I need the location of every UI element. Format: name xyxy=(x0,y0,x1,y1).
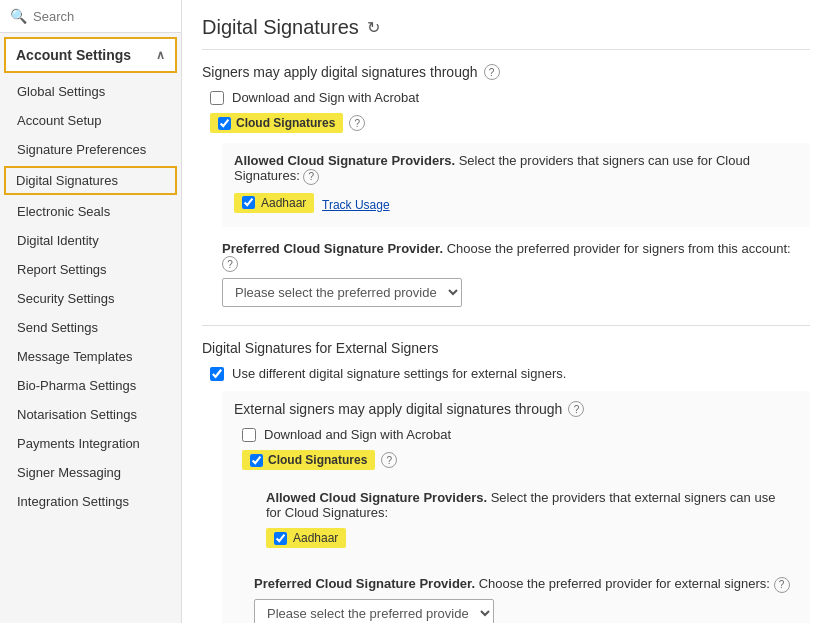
chevron-up-icon: ∧ xyxy=(156,48,165,62)
page-title: Digital Signatures xyxy=(202,16,359,39)
download-sign-acrobat-row: Download and Sign with Acrobat xyxy=(202,90,810,105)
preferred-provider-section: Preferred Cloud Signature Provider. Choo… xyxy=(222,241,810,308)
sidebar-item-electronic-seals[interactable]: Electronic Seals xyxy=(0,197,181,226)
sidebar: 🔍 Account Settings ∧ Global Settings Acc… xyxy=(0,0,182,623)
sidebar-item-payments-integration[interactable]: Payments Integration xyxy=(0,429,181,458)
section-external-signers: Digital Signatures for External Signers … xyxy=(202,325,810,623)
sidebar-item-security-settings[interactable]: Security Settings xyxy=(0,284,181,313)
sidebar-item-message-templates[interactable]: Message Templates xyxy=(0,342,181,371)
aadhaar-label: Aadhaar xyxy=(261,196,306,210)
allowed-providers-title: Allowed Cloud Signature Providers. Selec… xyxy=(234,153,798,185)
search-input[interactable] xyxy=(33,9,171,24)
external-preferred-provider-section: Preferred Cloud Signature Provider. Choo… xyxy=(254,576,798,623)
aadhaar-provider-row: Aadhaar Track Usage xyxy=(234,193,798,217)
external-aadhaar-badge: Aadhaar xyxy=(266,528,346,548)
external-diff-settings-row: Use different digital signature settings… xyxy=(202,366,810,381)
aadhaar-badge: Aadhaar xyxy=(234,193,314,213)
preferred-provider-select[interactable]: Please select the preferred provider xyxy=(222,278,462,307)
help-icon-external-subsection[interactable]: ? xyxy=(568,401,584,417)
allowed-providers-section: Allowed Cloud Signature Providers. Selec… xyxy=(222,143,810,227)
external-aadhaar-label: Aadhaar xyxy=(293,531,338,545)
help-icon-allowed[interactable]: ? xyxy=(303,169,319,185)
help-icon-cloud-sig[interactable]: ? xyxy=(349,115,365,131)
sidebar-item-send-settings[interactable]: Send Settings xyxy=(0,313,181,342)
external-aadhaar-checkbox[interactable] xyxy=(274,532,287,545)
external-download-sign-label: Download and Sign with Acrobat xyxy=(264,427,451,442)
sidebar-item-signer-messaging[interactable]: Signer Messaging xyxy=(0,458,181,487)
sidebar-item-report-settings[interactable]: Report Settings xyxy=(0,255,181,284)
external-cloud-signatures-row: Cloud Signatures ? xyxy=(234,450,798,470)
sidebar-item-digital-signatures[interactable]: Digital Signatures xyxy=(4,166,177,195)
preferred-provider-label: Preferred Cloud Signature Provider. Choo… xyxy=(222,241,810,273)
download-sign-acrobat-label: Download and Sign with Acrobat xyxy=(232,90,419,105)
aadhaar-checkbox[interactable] xyxy=(242,196,255,209)
external-allowed-providers-section: Allowed Cloud Signature Providers. Selec… xyxy=(254,480,798,562)
cloud-signatures-checkbox[interactable] xyxy=(218,117,231,130)
sidebar-item-signature-preferences[interactable]: Signature Preferences xyxy=(0,135,181,164)
help-icon-external-preferred[interactable]: ? xyxy=(774,577,790,593)
search-box[interactable]: 🔍 xyxy=(0,0,181,33)
help-icon-external-cloud-sig[interactable]: ? xyxy=(381,452,397,468)
external-download-sign-row: Download and Sign with Acrobat xyxy=(234,427,798,442)
refresh-icon[interactable]: ↻ xyxy=(367,18,380,37)
download-sign-acrobat-checkbox[interactable] xyxy=(210,91,224,105)
help-icon-section1[interactable]: ? xyxy=(484,64,500,80)
cloud-signatures-badge: Cloud Signatures xyxy=(210,113,343,133)
external-cloud-signatures-badge: Cloud Signatures xyxy=(242,450,375,470)
section-signers: Signers may apply digital signatures thr… xyxy=(202,64,810,307)
external-cloud-signatures-label: Cloud Signatures xyxy=(268,453,367,467)
external-download-sign-checkbox[interactable] xyxy=(242,428,256,442)
section2-title: Digital Signatures for External Signers xyxy=(202,340,810,356)
page-title-row: Digital Signatures ↻ xyxy=(202,16,810,50)
external-allowed-providers-title: Allowed Cloud Signature Providers. Selec… xyxy=(266,490,786,520)
external-diff-settings-checkbox[interactable] xyxy=(210,367,224,381)
sidebar-item-bio-pharma-settings[interactable]: Bio-Pharma Settings xyxy=(0,371,181,400)
sidebar-item-notarisation-settings[interactable]: Notarisation Settings xyxy=(0,400,181,429)
external-preferred-provider-label: Preferred Cloud Signature Provider. Choo… xyxy=(254,576,798,593)
sidebar-item-global-settings[interactable]: Global Settings xyxy=(0,77,181,106)
cloud-signatures-label: Cloud Signatures xyxy=(236,116,335,130)
help-icon-preferred[interactable]: ? xyxy=(222,256,238,272)
track-usage-link[interactable]: Track Usage xyxy=(322,198,390,212)
external-preferred-provider-select[interactable]: Please select the preferred provider xyxy=(254,599,494,624)
external-cloud-signatures-checkbox[interactable] xyxy=(250,454,263,467)
cloud-signatures-row: Cloud Signatures ? xyxy=(202,113,810,133)
account-settings-label: Account Settings xyxy=(16,47,131,63)
section1-title: Signers may apply digital signatures thr… xyxy=(202,64,810,80)
nav-list: Global Settings Account Setup Signature … xyxy=(0,77,181,516)
external-signers-subsection: External signers may apply digital signa… xyxy=(222,391,810,623)
sidebar-item-integration-settings[interactable]: Integration Settings xyxy=(0,487,181,516)
search-icon: 🔍 xyxy=(10,8,27,24)
account-settings-header[interactable]: Account Settings ∧ xyxy=(4,37,177,73)
external-diff-settings-label: Use different digital signature settings… xyxy=(232,366,566,381)
sidebar-item-account-setup[interactable]: Account Setup xyxy=(0,106,181,135)
external-aadhaar-row: Aadhaar xyxy=(266,528,786,552)
main-content: Digital Signatures ↻ Signers may apply d… xyxy=(182,0,830,623)
external-subsection-title: External signers may apply digital signa… xyxy=(234,401,798,417)
sidebar-item-digital-identity[interactable]: Digital Identity xyxy=(0,226,181,255)
